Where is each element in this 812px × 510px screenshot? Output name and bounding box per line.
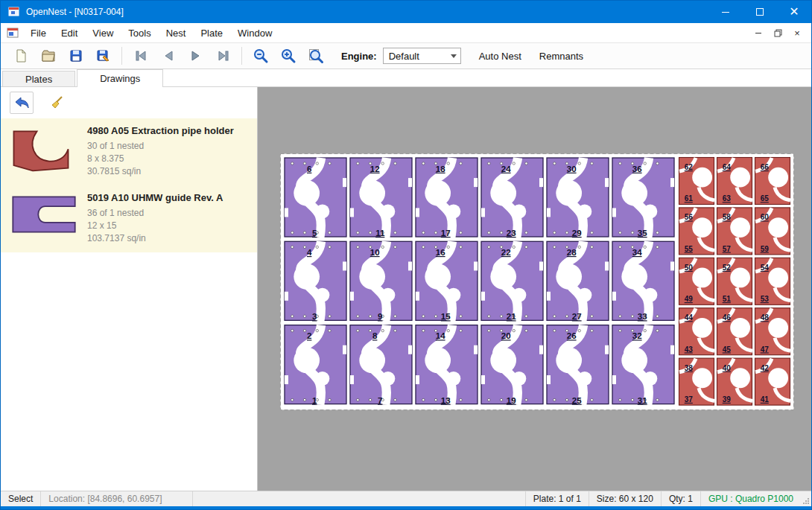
first-plate-button[interactable] [127,45,154,67]
red-part-pair[interactable]: 5857 [717,208,753,255]
red-part-pair[interactable]: 6059 [755,208,791,255]
part-number[interactable]: 3 [312,312,317,321]
part-number[interactable]: 52 [723,264,732,272]
part-number[interactable]: 15 [441,312,451,321]
part-number[interactable]: 50 [685,264,694,272]
part-number[interactable]: 25 [572,396,582,405]
purple-part-pair[interactable]: 2221 [481,241,543,321]
part-number[interactable]: 46 [723,313,732,322]
part-number[interactable]: 51 [723,295,732,303]
purple-part-pair[interactable]: 2625 [547,325,609,405]
menu-tools[interactable]: Tools [121,25,158,42]
save-as-button[interactable] [89,45,117,67]
part-number[interactable]: 29 [572,229,582,238]
drawing-list-item[interactable]: 4980 A05 Extraction pipe holder 30 of 1 … [1,118,257,185]
part-number[interactable]: 40 [723,364,732,372]
save-button[interactable] [62,45,89,67]
part-number[interactable]: 27 [572,312,582,321]
purple-part-pair[interactable]: 43 [285,241,346,321]
purple-part-pair[interactable]: 3029 [547,158,609,238]
part-number[interactable]: 2 [307,331,311,340]
engine-select[interactable]: Default [383,48,461,64]
part-number[interactable]: 45 [723,345,732,354]
part-number[interactable]: 24 [501,165,511,173]
purple-part-pair[interactable]: 1211 [350,158,412,238]
menu-edit[interactable]: Edit [54,25,85,42]
red-part-pair[interactable]: 4443 [679,308,715,355]
part-number[interactable]: 31 [638,396,647,405]
purple-part-pair[interactable]: 87 [350,325,412,405]
menu-view[interactable]: View [85,25,121,42]
nest-canvas[interactable]: 6512111817242330293635431091615222128273… [258,87,811,491]
part-number[interactable]: 42 [761,364,770,372]
part-number[interactable]: 65 [761,194,770,203]
menu-file[interactable]: File [23,25,54,42]
part-number[interactable]: 23 [507,229,516,238]
red-part-pair[interactable]: 5453 [755,258,791,305]
purple-part-pair[interactable]: 3635 [612,158,674,238]
red-part-pair[interactable]: 5655 [679,208,715,255]
part-number[interactable]: 54 [761,264,770,272]
maximize-button[interactable] [743,1,777,23]
part-number[interactable]: 5 [312,229,317,238]
part-number[interactable]: 4 [307,248,312,257]
part-number[interactable]: 38 [685,364,694,372]
part-number[interactable]: 66 [761,163,770,171]
purple-part-pair[interactable]: 2827 [547,241,609,321]
tab-drawings[interactable]: Drawings [77,69,163,87]
part-number[interactable]: 26 [567,331,577,340]
part-number[interactable]: 36 [632,165,642,173]
part-number[interactable]: 63 [723,194,732,203]
red-part-pair[interactable]: 4645 [717,308,753,355]
nest-plate[interactable]: 6512111817242330293635431091615222128273… [280,153,794,410]
part-number[interactable]: 61 [685,194,694,203]
part-number[interactable]: 32 [632,331,642,340]
red-part-pair[interactable]: 4847 [755,308,791,355]
part-number[interactable]: 6 [307,165,311,173]
remnants-button[interactable]: Remnants [539,51,583,62]
drawing-list-item[interactable]: 5019 A10 UHMW guide Rev. A 36 of 1 neste… [1,185,257,252]
part-number[interactable]: 19 [507,396,516,405]
part-number[interactable]: 21 [507,312,516,321]
part-number[interactable]: 8 [372,331,378,340]
part-number[interactable]: 17 [441,229,451,238]
new-button[interactable] [7,45,34,67]
purple-part-pair[interactable]: 2019 [481,325,543,405]
open-button[interactable] [34,45,62,67]
part-number[interactable]: 53 [761,295,770,303]
part-number[interactable]: 1 [312,396,317,405]
purple-part-pair[interactable]: 1817 [416,158,478,238]
red-part-pair[interactable]: 6665 [755,158,791,205]
part-number[interactable]: 30 [567,165,577,173]
part-number[interactable]: 43 [685,345,694,354]
menu-nest[interactable]: Nest [159,25,194,42]
part-number[interactable]: 48 [761,313,770,322]
part-number[interactable]: 64 [723,163,732,171]
purple-part-pair[interactable]: 21 [285,325,346,405]
part-number[interactable]: 59 [761,245,770,253]
next-plate-button[interactable] [182,45,209,67]
purple-part-pair[interactable]: 1413 [416,325,478,405]
red-part-pair[interactable]: 6463 [717,158,753,205]
last-plate-button[interactable] [209,45,237,67]
red-part-pair[interactable]: 4039 [717,358,753,405]
part-number[interactable]: 39 [723,395,732,404]
red-part-pair[interactable]: 5049 [679,258,715,305]
part-number[interactable]: 35 [638,229,647,238]
part-number[interactable]: 20 [501,331,511,340]
part-number[interactable]: 11 [375,229,385,238]
resize-grip[interactable] [801,491,811,506]
part-number[interactable]: 13 [441,396,451,405]
part-number[interactable]: 55 [685,245,694,253]
part-number[interactable]: 56 [685,213,694,221]
purple-part-pair[interactable]: 2423 [481,158,543,238]
part-number[interactable]: 47 [761,345,770,354]
part-number[interactable]: 9 [378,312,382,321]
purple-part-pair[interactable]: 3433 [612,241,674,321]
part-number[interactable]: 16 [436,248,445,257]
zoom-in-button[interactable] [274,45,302,67]
part-number[interactable]: 12 [370,165,380,173]
menu-window[interactable]: Window [230,25,279,42]
part-number[interactable]: 18 [436,165,445,173]
red-part-pair[interactable]: 3837 [679,358,715,405]
